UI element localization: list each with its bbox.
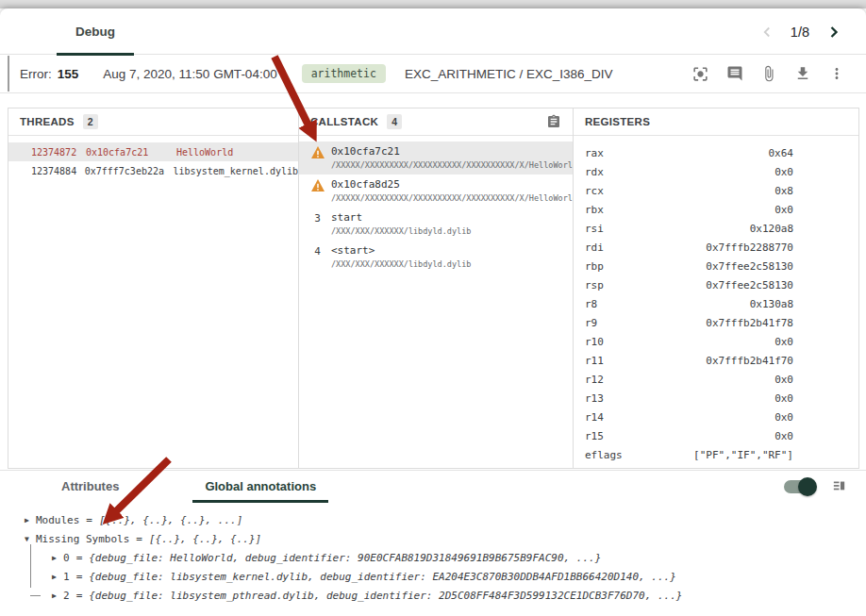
tab-debug[interactable]: Debug	[57, 8, 134, 55]
global-annotations-panel: ▶ Modules = [{..}, {..}, {..}, ...] ▼ Mi…	[0, 502, 866, 616]
threads-panel: THREADS 2 12374872 0x10cfa7c21 HelloWorl…	[8, 108, 299, 469]
annotation-key: Modules	[36, 514, 79, 526]
thread-module: HelloWorld	[176, 147, 233, 158]
register-row: r150x0	[574, 426, 858, 445]
annotation-key: 0	[63, 552, 70, 564]
threads-title: THREADS	[20, 116, 75, 127]
threads-header: THREADS 2	[8, 108, 298, 136]
error-label: Error:	[20, 67, 52, 81]
registers-title: REGISTERS	[585, 116, 650, 127]
error-timestamp: Aug 7, 2020, 11:50 GMT-04:00	[103, 67, 276, 81]
register-row: r140x0	[574, 408, 858, 426]
frame-path: /XXX/XXX/XXXXXX/libdyld.dylib	[331, 226, 471, 236]
thread-id: 12374872	[31, 147, 86, 158]
callstack-panel: CALLSTACK 4 0x10cfa7c21 /XXXXX/XXXXXXXXX…	[298, 108, 574, 469]
thread-module: libsystem_kernel.dylib	[174, 166, 298, 176]
thread-row[interactable]: 12374884 0x7fff7c3eb22a libsystem_kernel…	[8, 161, 298, 180]
center-focus-icon[interactable]	[691, 65, 709, 83]
frame-index: 3	[310, 211, 325, 236]
annotation-value: {debug_file: libsystem_kernel.dylib, deb…	[89, 571, 676, 583]
register-row: rbp0x7ffee2c58130	[574, 257, 858, 275]
tab-attributes-label: Attributes	[61, 479, 119, 493]
register-row: rdi0x7fffb2288770	[574, 238, 858, 257]
registers-list: rax0x64 rdx0x0 rcx0x8 rbx0x0 rsi0x120a8 …	[574, 136, 858, 464]
register-row: rsp0x7ffee2c58130	[574, 275, 858, 294]
pagination: 1/8	[758, 8, 843, 55]
error-exception-text: EXC_ARITHMETIC / EXC_I386_DIV	[405, 67, 613, 81]
frame-path: /XXXXX/XXXXXXXXX/XXXXXXXXXX/XXXXXXXXXX/X…	[331, 193, 577, 203]
expander-icon[interactable]: ▶	[25, 516, 36, 524]
tab-debug-label: Debug	[75, 25, 115, 39]
register-row: r120x0	[574, 370, 858, 389]
expander-icon[interactable]: ▼	[25, 535, 36, 543]
missing-symbols-children: ▶ 0 = {debug_file: HelloWorld, debug_ide…	[25, 548, 866, 605]
thread-id: 12374884	[31, 166, 85, 176]
register-row: r130x0	[574, 389, 858, 408]
layout-toggle-icon[interactable]	[831, 478, 847, 494]
tab-attributes[interactable]: Attributes	[49, 471, 131, 503]
annotation-row-modules[interactable]: ▶ Modules = [{..}, {..}, {..}, ...]	[25, 510, 866, 529]
prev-page-icon[interactable]	[758, 24, 775, 41]
warning-icon	[310, 178, 325, 203]
page-indicator: 1/8	[791, 25, 809, 40]
annotation-value: {debug_file: HelloWorld, debug_identifie…	[89, 552, 601, 564]
callstack-count-badge: 4	[387, 114, 402, 129]
register-row: rcx0x8	[574, 181, 858, 200]
callstack-list: 0x10cfa7c21 /XXXXX/XXXXXXXXX/XXXXXXXXXX/…	[299, 136, 573, 274]
tab-global-annotations[interactable]: Global annotations	[192, 471, 328, 503]
register-row: rbx0x0	[574, 200, 858, 219]
top-tab-bar: Debug 1/8	[0, 8, 866, 55]
callstack-title: CALLSTACK	[310, 116, 378, 127]
register-row: rsi0x120a8	[574, 219, 858, 238]
register-row: rdx0x0	[574, 162, 858, 181]
callstack-frame[interactable]: 0x10cfa7c21 /XXXXX/XXXXXXXXX/XXXXXXXXXX/…	[299, 142, 573, 175]
register-row: eflags["PF","IF","RF"]	[574, 445, 858, 464]
annotation-value: {debug_file: libsystem_pthread.dylib, de…	[89, 590, 682, 602]
thread-row[interactable]: 12374872 0x10cfa7c21 HelloWorld	[8, 142, 298, 161]
frame-title: <start>	[331, 244, 471, 257]
register-row: r80x130a8	[574, 294, 858, 313]
registers-panel: REGISTERS rax0x64 rdx0x0 rcx0x8 rbx0x0 r…	[573, 108, 859, 469]
window-top-strip	[0, 0, 866, 8]
expander-icon[interactable]: ▶	[52, 573, 63, 581]
error-summary-bar: Error: 155 Aug 7, 2020, 11:50 GMT-04:00 …	[0, 55, 866, 93]
register-row: r100x0	[574, 332, 858, 351]
annotation-value: [{..}, {..}, {..}, ...]	[99, 514, 242, 526]
callstack-frame[interactable]: 3 start /XXX/XXX/XXXXXX/libdyld.dylib	[299, 208, 573, 241]
thread-address: 0x7fff7c3eb22a	[85, 166, 174, 176]
more-options-icon[interactable]	[828, 65, 845, 82]
annotation-row-symbol-2[interactable]: ▶ 2 = {debug_file: libsystem_pthread.dyl…	[52, 586, 866, 605]
error-tag-chip[interactable]: arithmetic	[302, 64, 386, 83]
callstack-frame[interactable]: 0x10cfa8d25 /XXXXX/XXXXXXXXX/XXXXXXXXXX/…	[299, 175, 573, 208]
bottom-bar-controls	[784, 478, 847, 494]
register-row: r90x7fffb2b41f78	[574, 313, 858, 332]
warning-icon	[310, 145, 325, 170]
registers-header: REGISTERS	[574, 108, 858, 136]
threads-count-badge: 2	[83, 114, 98, 129]
bottom-tab-bar: Attributes Global annotations	[0, 470, 866, 502]
expander-icon[interactable]: ▶	[52, 554, 63, 562]
annotations-toggle[interactable]	[784, 480, 814, 493]
next-page-icon[interactable]	[824, 23, 843, 42]
comment-icon[interactable]	[726, 65, 743, 82]
annotation-row-missing-symbols[interactable]: ▼ Missing Symbols = [{..}, {..}, {..}]	[25, 529, 866, 548]
frame-path: /XXXXX/XXXXXXXXX/XXXXXXXXXX/XXXXXXXXXX/X…	[331, 160, 577, 170]
callstack-frame[interactable]: 4 <start> /XXX/XXX/XXXXXX/libdyld.dylib	[299, 241, 573, 274]
attachment-icon[interactable]	[760, 65, 777, 82]
panels-row: THREADS 2 12374872 0x10cfa7c21 HelloWorl…	[8, 108, 859, 469]
frame-index: 4	[310, 244, 325, 269]
register-row: r110x7fffb2b41f70	[574, 351, 858, 370]
tab-global-annotations-label: Global annotations	[205, 479, 316, 493]
download-icon[interactable]	[794, 65, 811, 82]
error-bar-actions	[691, 65, 845, 83]
register-row: rax0x64	[574, 143, 858, 162]
expander-icon[interactable]: ▶	[52, 591, 63, 600]
frame-title: 0x10cfa8d25	[331, 178, 577, 191]
error-id: 155	[58, 67, 79, 81]
annotation-row-symbol-0[interactable]: ▶ 0 = {debug_file: HelloWorld, debug_ide…	[52, 548, 866, 567]
callstack-header: CALLSTACK 4	[299, 108, 573, 136]
annotation-row-symbol-1[interactable]: ▶ 1 = {debug_file: libsystem_kernel.dyli…	[52, 567, 866, 586]
annotation-key: 1	[63, 571, 70, 583]
clipboard-icon[interactable]	[546, 114, 561, 129]
annotation-key: Missing Symbols	[36, 533, 129, 545]
